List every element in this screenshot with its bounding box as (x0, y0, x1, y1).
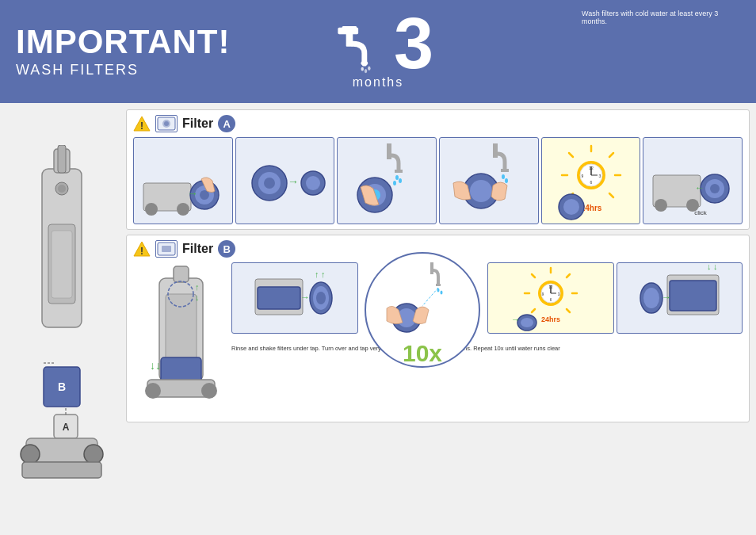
svg-line-119 (567, 274, 570, 277)
svg-line-121 (567, 309, 570, 312)
svg-point-34 (177, 203, 189, 216)
filter-b-step-1: → ↑ ↑ (231, 262, 358, 334)
filter-a-steps-row: → →→ (133, 137, 743, 224)
header-note: Wash filters with cold water at least ev… (582, 10, 740, 25)
svg-rect-24 (52, 231, 72, 298)
svg-point-8 (365, 69, 367, 73)
svg-text:!: ! (140, 120, 143, 132)
faucet-number-row: 3 (323, 13, 433, 75)
svg-point-94 (201, 383, 217, 399)
svg-text:↑: ↑ (195, 282, 200, 292)
svg-rect-90 (166, 294, 197, 365)
filter-b-vacuum-image: ↓↓ ↑ ↓ (133, 262, 228, 417)
svg-text:↓: ↓ (195, 292, 200, 302)
filter-b-circle-diagram: 10x (361, 262, 486, 334)
svg-rect-54 (501, 169, 509, 172)
svg-point-7 (361, 67, 364, 71)
svg-text:↓: ↓ (713, 263, 718, 271)
svg-text:9: 9 (581, 174, 583, 178)
filter-a-step-4 (439, 137, 539, 224)
svg-text:→: → (300, 292, 310, 303)
filter-b-top-row: → ↑ ↑ (231, 262, 743, 334)
svg-rect-45 (387, 143, 391, 159)
svg-point-76 (563, 199, 579, 215)
svg-text:3: 3 (598, 174, 601, 178)
filter-b-content: ↓↓ ↑ ↓ (133, 262, 743, 417)
months-number: 3 (394, 13, 433, 75)
svg-text:10x: 10x (403, 340, 442, 366)
svg-point-112 (441, 291, 443, 295)
svg-rect-4 (342, 26, 357, 29)
svg-rect-137 (670, 281, 716, 311)
svg-text:↑: ↑ (321, 269, 326, 279)
svg-point-104 (316, 292, 326, 304)
svg-rect-95 (174, 266, 189, 282)
svg-text:B: B (57, 380, 65, 393)
svg-point-58 (470, 180, 492, 202)
filter-b-steps: → ↑ ↑ (231, 262, 743, 417)
filter-a-step-6: ← click (643, 137, 743, 224)
filter-a-step-1: → (133, 137, 233, 224)
filter-b-step-3: 12 6 9 3 24hrs → (487, 262, 614, 334)
svg-text:→: → (187, 187, 198, 200)
svg-point-56 (505, 178, 508, 183)
svg-text:↑: ↑ (315, 269, 319, 279)
svg-text:A: A (62, 422, 69, 433)
filter-b-label: Filter (182, 242, 213, 256)
filter-b-rinse-text: Rinse and shake filters under tap. Turn … (231, 339, 743, 353)
main-content: B A (0, 103, 756, 535)
svg-point-33 (145, 203, 158, 216)
svg-text:←: ← (695, 182, 704, 193)
svg-point-47 (395, 175, 399, 180)
filter-b-step-4: → ↓ ↓ (617, 262, 743, 334)
filter-a-step-2: →→ (235, 137, 335, 224)
svg-text:↓↓: ↓↓ (150, 359, 161, 372)
svg-point-134 (521, 318, 533, 327)
svg-point-55 (502, 174, 505, 179)
filter-a-badge: A (218, 115, 235, 132)
filter-a-section: ! Filter A (126, 109, 750, 230)
svg-text:click: click (694, 209, 708, 216)
svg-rect-20 (22, 462, 101, 478)
filter-a-step-3 (337, 137, 437, 224)
wash-filters-label: WASH FILTERS (16, 62, 231, 78)
months-label: months (353, 75, 403, 90)
svg-point-49 (393, 181, 396, 185)
svg-text:6: 6 (590, 180, 592, 185)
filter-a-step-5: 12 6 9 3 24hrs (541, 137, 641, 224)
header-title-block: IMPORTANT! WASH FILTERS (16, 25, 231, 78)
svg-rect-88 (162, 246, 171, 252)
warning-icon-b: ! (133, 240, 151, 258)
warning-icon-a: ! (133, 115, 151, 132)
page-header: IMPORTANT! WASH FILTERS (0, 0, 756, 103)
svg-rect-6 (361, 62, 368, 65)
svg-point-26 (58, 185, 66, 193)
svg-rect-110 (436, 284, 441, 286)
svg-line-64 (569, 153, 573, 157)
svg-text:→: → (662, 292, 671, 303)
important-label: IMPORTANT! (16, 25, 231, 59)
svg-rect-12 (58, 145, 66, 173)
svg-text:↓: ↓ (707, 263, 712, 271)
svg-text:!: ! (140, 246, 143, 257)
filter-b-badge: B (218, 240, 235, 258)
svg-rect-46 (395, 170, 403, 173)
svg-rect-109 (430, 262, 433, 274)
svg-point-48 (399, 178, 402, 183)
svg-line-124 (532, 309, 535, 312)
svg-rect-101 (258, 287, 300, 309)
svg-rect-53 (493, 143, 498, 158)
filter-a-header: ! Filter A (133, 115, 743, 132)
svg-point-82 (710, 184, 720, 193)
svg-line-61 (609, 153, 613, 157)
svg-point-139 (643, 288, 659, 308)
faucet-icon (323, 26, 386, 74)
svg-text:→: → (511, 315, 520, 324)
filter-b-section: ! Filter B (126, 235, 750, 422)
filter-b-pic-icon (155, 240, 178, 258)
svg-point-41 (264, 178, 275, 189)
svg-point-78 (655, 199, 667, 212)
vacuum-illustration: B A (10, 145, 113, 494)
svg-point-31 (164, 121, 169, 126)
vacuum-panel: B A (0, 103, 123, 535)
